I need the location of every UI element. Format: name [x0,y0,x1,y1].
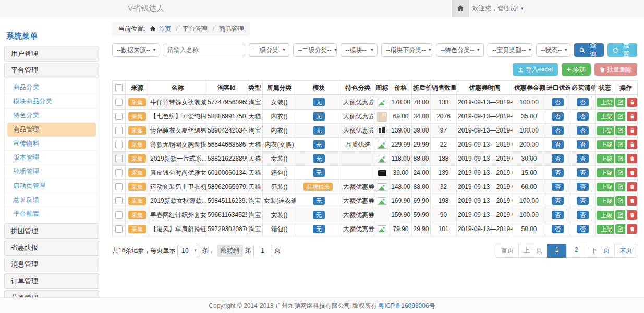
imported-toggle[interactable]: 否 [552,126,564,135]
must-buy-toggle[interactable]: 否 [577,211,589,219]
row-checkbox[interactable] [115,113,123,120]
reset-button[interactable]: 重置 [607,43,637,57]
imported-toggle[interactable]: 否 [552,225,564,233]
row-checkbox[interactable] [115,211,123,219]
imported-toggle[interactable]: 否 [552,140,564,149]
status-select[interactable]: --状态--▼ [536,43,570,57]
imported-toggle[interactable]: 否 [552,98,564,106]
status-button[interactable]: 上架 [597,126,614,135]
sidebar-item-groupbuy-management[interactable]: 拼团管理 [4,223,99,239]
must-buy-toggle[interactable]: 否 [577,126,589,135]
row-checkbox[interactable] [115,155,123,162]
edit-button[interactable] [615,196,625,206]
status-button[interactable]: 上架 [597,140,614,149]
category1-select[interactable]: 一级分类▼ [249,43,289,57]
row-checkbox[interactable] [115,197,123,204]
select-all-checkbox[interactable] [115,84,123,91]
sidebar-item-message-management[interactable]: 消息管理 [4,257,99,272]
module-badge[interactable]: 无 [313,211,325,219]
must-buy-toggle[interactable]: 否 [577,98,589,106]
module-badge[interactable]: 无 [313,112,325,121]
imported-toggle[interactable]: 否 [552,154,564,163]
row-checkbox[interactable] [115,169,123,176]
status-button[interactable]: 上架 [597,112,614,121]
delete-button[interactable] [627,140,637,149]
imported-toggle[interactable]: 否 [552,168,564,177]
row-checkbox[interactable] [115,141,123,148]
page-size-select[interactable]: 10▼ [177,245,200,257]
status-button[interactable]: 上架 [597,197,614,206]
delete-button[interactable] [627,168,637,177]
edit-button[interactable] [615,154,625,163]
delete-button[interactable] [627,196,637,206]
page-2-button[interactable]: 2 [566,244,586,258]
status-button[interactable]: 上架 [597,98,614,107]
sidebar-item-feature-category[interactable]: 特色分类 [5,109,99,123]
sidebar-item-carousel-management[interactable]: 轮播管理 [5,165,99,179]
module-sub-select[interactable]: --模块下分类--▼ [381,43,432,57]
imported-toggle[interactable]: 否 [552,197,564,205]
sidebar-item-version-management[interactable]: 版本管理 [5,151,99,165]
sidebar-item-splash-management[interactable]: 启动页管理 [5,179,99,193]
module-badge[interactable]: 无 [313,126,325,135]
edit-button[interactable] [615,126,625,135]
edit-button[interactable] [615,224,625,234]
edit-button[interactable] [615,182,625,191]
sidebar-item-goods-management[interactable]: 商品管理 [7,123,96,137]
import-excel-button[interactable]: 导入excel [513,63,558,76]
page-prev-button[interactable]: 上一页 [518,244,548,258]
module-badge[interactable]: 无 [313,154,325,163]
must-buy-toggle[interactable]: 否 [577,140,589,149]
delete-button[interactable] [627,182,637,191]
module-badge[interactable]: 无 [313,98,325,106]
add-button[interactable]: + 添加 [562,63,591,76]
row-checkbox[interactable] [115,127,123,134]
breadcrumb-platform[interactable]: 平台管理 [183,25,208,32]
module-select[interactable]: --模块--▼ [341,43,378,57]
delete-button[interactable] [627,154,637,163]
status-button[interactable]: 上架 [597,168,614,177]
sidebar-item-platform-management[interactable]: 平台管理 [4,63,99,78]
data-source-select[interactable]: --数据来源--▼ [112,43,159,57]
page-first-button[interactable]: 首页 [496,244,519,258]
must-buy-toggle[interactable]: 否 [577,183,589,191]
icp-link[interactable]: 粤ICP备16098006号 [378,302,435,310]
delete-button[interactable] [627,224,637,234]
edit-button[interactable] [615,98,625,107]
sidebar-item-savings-express[interactable]: 省惠快报 [4,240,99,256]
batch-delete-button[interactable]: 批量删除 [594,63,637,76]
must-buy-toggle[interactable]: 否 [577,197,589,205]
page-last-button[interactable]: 末页 [614,244,637,258]
page-next-button[interactable]: 下一页 [586,244,615,258]
must-buy-toggle[interactable]: 否 [577,168,589,177]
edit-button[interactable] [615,140,625,149]
edit-button[interactable] [615,168,625,177]
status-button[interactable]: 上架 [597,154,614,163]
status-button[interactable]: 上架 [597,211,614,220]
jump-button[interactable]: 跳转到 [217,245,243,257]
jump-page-input[interactable] [253,245,272,257]
page-1-button[interactable]: 1 [547,244,567,258]
delete-button[interactable] [627,210,637,220]
category2-select[interactable]: --二级分类--▼ [293,43,337,57]
breadcrumb-home-link[interactable]: 首页 [159,25,171,32]
sidebar-item-goods-category[interactable]: 商品分类 [5,80,99,94]
delete-button[interactable] [627,126,637,135]
delete-button[interactable] [627,98,637,107]
module-badge[interactable]: 无 [313,140,325,149]
delete-button[interactable] [627,112,637,121]
module-badge[interactable]: 品牌精选 [303,183,333,191]
home-button[interactable] [452,0,469,17]
status-button[interactable]: 上架 [597,183,614,191]
imported-toggle[interactable]: 否 [552,112,564,121]
name-search-input[interactable] [163,44,245,56]
module-badge[interactable]: 无 [313,168,325,177]
user-menu[interactable]: 欢迎您，管理员!▼ [472,0,524,17]
feature-select[interactable]: --特色分类--▼ [436,43,484,57]
edit-button[interactable] [615,112,625,121]
edit-button[interactable] [615,210,625,220]
search-button[interactable]: 查询 [574,43,604,57]
must-buy-toggle[interactable]: 否 [577,225,589,233]
sidebar-item-user-management[interactable]: 用户管理 [4,46,99,62]
sidebar-item-platform-config[interactable]: 平台配置 [5,207,99,221]
